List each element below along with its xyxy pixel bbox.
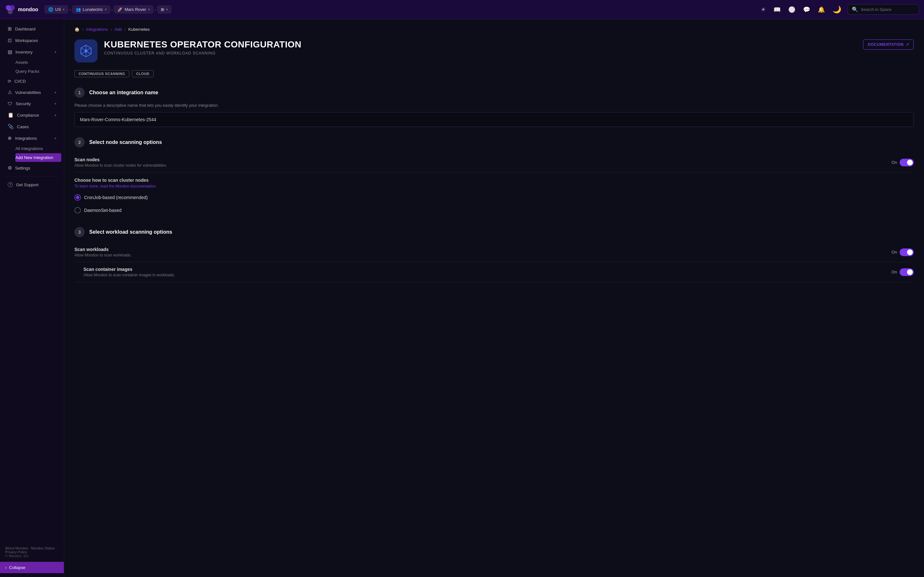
region-selector[interactable]: 🌐 US ▾ (45, 5, 68, 13)
breadcrumb-separator: › (82, 27, 83, 32)
chevron-down-icon-3: ▾ (148, 8, 150, 11)
search-input[interactable] (861, 7, 915, 12)
notifications-button[interactable]: 🔔 (817, 5, 826, 15)
search-box[interactable]: 🔍 (848, 4, 919, 15)
main-content: 🏠 › Integrations › Add › Kubernetes (64, 19, 924, 577)
search-icon: 🔍 (852, 6, 858, 13)
about-link[interactable]: About Mondoo (5, 546, 28, 550)
scan-container-images-desc: Allow Mondoo to scan container images in… (83, 273, 175, 277)
chevron-down-icon: ▾ (55, 50, 56, 54)
kubernetes-logo (79, 44, 93, 58)
breadcrumb-separator-3: › (155, 7, 156, 12)
sidebar-item-workspaces[interactable]: ⊡ Workspaces (3, 35, 61, 46)
view-selector[interactable]: ⊞ ▾ (157, 5, 171, 13)
breadcrumb-separator: › (110, 27, 111, 32)
theme-toggle-button[interactable]: ☀ (759, 5, 767, 15)
scan-workloads-toggle[interactable] (900, 248, 914, 256)
step-3-number: 3 (74, 227, 85, 237)
breadcrumb-add[interactable]: Add (115, 27, 122, 32)
svg-line-8 (87, 52, 91, 54)
vulnerabilities-icon: ⚠ (8, 89, 12, 95)
sidebar-item-compliance[interactable]: 📋 Compliance ▾ (3, 110, 61, 121)
inventory-icon: ▤ (8, 49, 12, 55)
scan-workloads-desc: Allow Mondoo to scan workloads. (74, 253, 132, 258)
logo[interactable]: mondoo (5, 5, 38, 15)
breadcrumb-integrations[interactable]: Integrations (86, 27, 108, 32)
docs-button[interactable]: 📖 (772, 5, 782, 15)
sidebar-item-integrations[interactable]: ⊕ Integrations ▾ (3, 133, 61, 143)
privacy-link[interactable]: Privacy Policy (5, 550, 27, 554)
space-selector[interactable]: 🚀 Mars Rover ▾ (114, 5, 153, 13)
documentation-button[interactable]: DOCUMENTATION ↗ (863, 39, 914, 50)
sidebar-item-cases[interactable]: 📎 Cases (3, 121, 61, 132)
chevron-down-icon: ▾ (63, 8, 65, 11)
status-link[interactable]: Mondoo Status (31, 546, 55, 550)
user-avatar[interactable]: 🌙 (831, 4, 843, 15)
sidebar-item-dashboard[interactable]: ⊞ Dashboard (3, 23, 61, 34)
sidebar-item-get-support[interactable]: ? Get Support (3, 179, 61, 190)
page-header-text: KUBERNETES OPERATOR CONFIGURATION CONTIN… (104, 39, 857, 55)
sidebar-item-inventory[interactable]: ▤ Inventory ▾ (3, 47, 61, 57)
chevron-down-icon: ▾ (55, 137, 56, 140)
sidebar-item-label: Vulnerabilities (15, 90, 51, 95)
collapse-label: Collapse (9, 565, 25, 570)
scan-nodes-toggle-label: On (892, 160, 897, 165)
scan-workloads-toggle-label: On (892, 250, 897, 255)
slack-button[interactable]: 💬 (802, 5, 811, 15)
radio-daemonset-indicator (74, 207, 81, 213)
scan-workloads-info: Scan workloads Allow Mondoo to scan work… (74, 247, 132, 258)
collapse-button[interactable]: ‹ Collapse (0, 562, 64, 573)
workspaces-icon: ⊡ (8, 37, 12, 43)
step-2-header: 2 Select node scanning options (74, 137, 914, 147)
sidebar-item-all-integrations[interactable]: All Integrations (15, 144, 61, 153)
nav-breadcrumb: 🌐 US ▾ › 👥 Lunalectric ▾ › 🚀 Mars Rover … (45, 5, 757, 13)
scan-container-images-toggle-group: On (892, 268, 914, 276)
svg-line-10 (81, 52, 84, 54)
home-icon[interactable]: 🏠 (74, 27, 79, 32)
tag-cloud: CLOUD (132, 70, 153, 77)
sidebar-item-label: Dashboard (15, 27, 56, 31)
security-icon: 🛡 (8, 101, 13, 106)
sidebar-item-settings[interactable]: ⚙ Settings (3, 163, 61, 173)
support-icon: ? (8, 182, 13, 187)
sidebar-item-label: Cases (17, 124, 56, 129)
scan-container-images-toggle[interactable] (900, 268, 914, 276)
step-2-number: 2 (74, 137, 85, 147)
org-selector[interactable]: 👥 Lunalectric ▾ (72, 5, 110, 13)
cases-icon: 📎 (8, 124, 14, 129)
scan-nodes-toggle[interactable] (900, 159, 914, 166)
scan-nodes-desc: Allow Mondoo to scan cluster nodes for v… (74, 163, 167, 168)
github-button[interactable]: ⚪ (787, 5, 796, 15)
sidebar-item-assets[interactable]: Assets (15, 58, 61, 67)
chevron-down-icon-2: ▾ (105, 8, 107, 11)
breadcrumb-current: Kubernetes (128, 27, 150, 32)
chevron-left-icon: ‹ (5, 565, 6, 570)
step-3-title: Select workload scanning options (89, 229, 172, 235)
step-1-number: 1 (74, 87, 85, 98)
sidebar-item-security[interactable]: 🛡 Security ▾ (3, 98, 61, 109)
sidebar-item-cicd[interactable]: ⟳ CI/CD (3, 76, 61, 86)
sidebar-item-add-new-integration[interactable]: Add New Integration (15, 153, 61, 162)
scan-container-images-label: Scan container images (83, 267, 175, 272)
step-1-section: 1 Choose an integration name Please choo… (74, 87, 914, 127)
scan-workloads-label: Scan workloads (74, 247, 132, 252)
cluster-nodes-link[interactable]: To learn more, read the Mondoo documenta… (74, 184, 914, 189)
scan-container-images-row: Scan container images Allow Mondoo to sc… (74, 262, 914, 282)
step-1-header: 1 Choose an integration name (74, 87, 914, 98)
dashboard-icon: ⊞ (8, 26, 12, 32)
scan-nodes-info: Scan nodes Allow Mondoo to scan cluster … (74, 157, 167, 168)
radio-daemonset[interactable]: DaemonSet-based (74, 204, 914, 217)
page-title: KUBERNETES OPERATOR CONFIGURATION (104, 39, 857, 50)
sidebar-item-vulnerabilities[interactable]: ⚠ Vulnerabilities ▾ (3, 87, 61, 98)
scan-nodes-toggle-group: On (892, 159, 914, 166)
page-header: KUBERNETES OPERATOR CONFIGURATION CONTIN… (74, 39, 914, 63)
radio-daemonset-label: DaemonSet-based (84, 208, 121, 213)
sidebar-sub-inventory: Assets Query Packs (0, 58, 64, 76)
integration-name-input[interactable] (74, 112, 914, 127)
svg-point-2 (8, 9, 13, 14)
grid-icon: ⊞ (161, 7, 164, 12)
sidebar-item-query-packs[interactable]: Query Packs (15, 67, 61, 76)
space-label: Mars Rover (124, 7, 146, 12)
radio-cronjob[interactable]: CronJob-based (recommended) (74, 191, 914, 204)
breadcrumb-separator-1: › (69, 7, 71, 12)
